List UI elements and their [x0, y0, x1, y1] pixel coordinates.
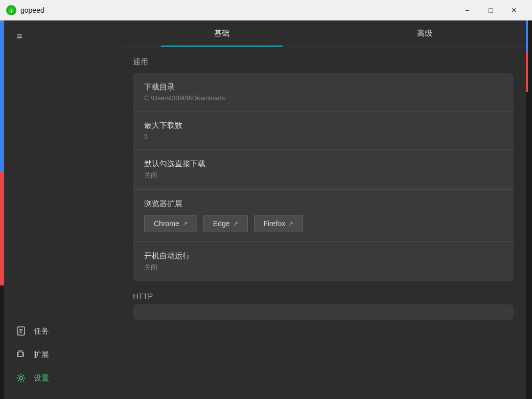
extensions-icon — [15, 349, 27, 360]
autostart-value: 关闭 — [144, 263, 502, 272]
content-area: 基础 高级 通用 下载目录 C:\Users\30909\Downloads 最… — [121, 20, 526, 399]
settings-content: 通用 下载目录 C:\Users\30909\Downloads 最大下载数 5… — [121, 47, 526, 399]
browser-buttons: Chrome ↗ Edge ↗ Firefox ↗ — [144, 215, 502, 232]
edge-button[interactable]: Edge ↗ — [203, 215, 248, 232]
sidebar-item-settings-label: 设置 — [34, 373, 49, 383]
tab-basic[interactable]: 基础 — [121, 20, 323, 47]
http-section-title: HTTP — [133, 292, 514, 300]
titlebar-left: g gopeed — [6, 5, 44, 15]
default-direct-label: 默认勾选直接下载 — [144, 159, 502, 169]
firefox-button[interactable]: Firefox ↗ — [254, 215, 304, 232]
download-dir-value: C:\Users\30909\Downloads — [144, 94, 502, 102]
firefox-button-label: Firefox — [264, 219, 286, 228]
edge-button-label: Edge — [213, 219, 230, 228]
right-accent-blue — [526, 20, 528, 51]
right-panel — [526, 20, 532, 399]
minimize-button[interactable]: − — [455, 2, 479, 18]
sidebar-nav: 任务 扩展 设置 — [4, 56, 121, 399]
left-accent — [0, 20, 4, 399]
tab-advanced[interactable]: 高级 — [323, 20, 526, 47]
settings-icon — [15, 372, 27, 384]
chrome-external-icon: ↗ — [182, 220, 188, 227]
titlebar: g gopeed − □ ✕ — [0, 0, 532, 20]
chrome-button[interactable]: Chrome ↗ — [144, 215, 197, 232]
tasks-icon — [15, 325, 27, 337]
titlebar-title: gopeed — [20, 6, 44, 14]
sidebar: ≡ 任务 扩 — [4, 20, 121, 399]
maximize-button[interactable]: □ — [479, 2, 502, 18]
close-button[interactable]: ✕ — [502, 2, 526, 18]
sidebar-item-extensions[interactable]: 扩展 — [8, 344, 117, 365]
sidebar-item-tasks[interactable]: 任务 — [8, 320, 117, 342]
max-downloads-row[interactable]: 最大下载数 5 — [133, 112, 514, 150]
general-settings-card: 下载目录 C:\Users\30909\Downloads 最大下载数 5 默认… — [133, 73, 514, 281]
main-container: ≡ 任务 扩 — [0, 20, 532, 399]
chrome-button-label: Chrome — [154, 219, 179, 228]
hamburger-icon: ≡ — [16, 30, 22, 42]
firefox-external-icon: ↗ — [288, 220, 293, 227]
svg-point-6 — [19, 376, 22, 380]
download-dir-row[interactable]: 下载目录 C:\Users\30909\Downloads — [133, 73, 514, 112]
sidebar-item-tasks-label: 任务 — [34, 326, 49, 336]
max-downloads-value: 5 — [144, 132, 502, 140]
sidebar-item-extensions-label: 扩展 — [34, 350, 49, 360]
http-card-partial — [133, 304, 514, 320]
download-dir-label: 下载目录 — [144, 82, 502, 92]
default-direct-value: 关闭 — [144, 171, 502, 180]
browser-extensions-row: 浏览器扩展 Chrome ↗ Edge ↗ Firefox ↗ — [133, 190, 514, 242]
max-downloads-label: 最大下载数 — [144, 121, 502, 130]
tabs: 基础 高级 — [121, 20, 526, 47]
sidebar-item-settings[interactable]: 设置 — [8, 367, 117, 389]
autostart-label: 开机自动运行 — [144, 251, 502, 261]
autostart-row[interactable]: 开机自动运行 关闭 — [133, 242, 514, 281]
app-icon: g — [6, 5, 16, 15]
edge-external-icon: ↗ — [233, 220, 238, 227]
general-section-title: 通用 — [133, 57, 514, 67]
titlebar-controls: − □ ✕ — [455, 2, 526, 18]
svg-text:g: g — [10, 8, 12, 13]
menu-toggle-button[interactable]: ≡ — [9, 26, 30, 46]
browser-extensions-label: 浏览器扩展 — [144, 199, 502, 209]
default-direct-row[interactable]: 默认勾选直接下载 关闭 — [133, 150, 514, 190]
right-accent-red — [526, 51, 528, 92]
